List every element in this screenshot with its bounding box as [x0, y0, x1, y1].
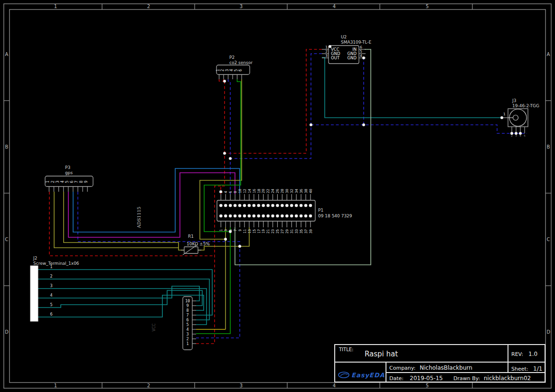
- wire-red[interactable]: [221, 81, 225, 194]
- junction-dot: [519, 132, 522, 135]
- frame-col-label-bottom: 1: [54, 383, 57, 388]
- refdes-U2: U2: [341, 35, 347, 39]
- pin-number: 2: [325, 49, 328, 54]
- wire-teal[interactable]: [38, 290, 202, 308]
- pin-number: 30: [285, 188, 289, 193]
- pin-number: 12: [243, 189, 247, 193]
- pin-number: 3: [325, 54, 328, 58]
- pin-number: 5: [524, 134, 526, 137]
- pin-number: 33: [294, 229, 299, 233]
- pin-number: 14: [247, 188, 252, 193]
- pin-number: 2: [51, 180, 55, 183]
- schematic-drawing[interactable]: 1122334455AABBCCDDU2SMA3109-TL-E1VCC2GND…: [0, 0, 555, 392]
- easyeda-logo-text: EasyEDA: [351, 372, 385, 379]
- pin-number: 24: [271, 188, 275, 193]
- pin-number: 4: [50, 293, 52, 298]
- pin-number: 2: [186, 336, 188, 341]
- frame-row-label-left: B: [5, 144, 9, 149]
- pin-pad: [243, 204, 246, 207]
- pin-number: 16: [252, 188, 256, 193]
- pin-number: 18: [257, 188, 261, 193]
- wire-blue[interactable]: [228, 79, 231, 194]
- pin-number: 35: [299, 229, 303, 233]
- net-label-ADS1115: ADS1115: [136, 206, 141, 228]
- value-J2: Screw_Terminal_1x06: [33, 261, 79, 266]
- pin-pad: [224, 204, 227, 207]
- pin-number: 39: [309, 229, 313, 233]
- value-J3: 19-46-2-TGG: [512, 103, 539, 108]
- pin-number: 9: [238, 229, 242, 232]
- rev-label: REV:: [511, 351, 523, 357]
- pin-pad: [309, 215, 312, 218]
- pin-number: 17: [257, 229, 261, 233]
- value-P2: co2 sensor: [229, 60, 253, 65]
- pin-number: 7: [75, 180, 79, 183]
- pin-pad: [285, 204, 289, 207]
- component-J2[interactable]: [30, 266, 38, 321]
- pin-pad: [271, 204, 274, 207]
- pin-number: 1: [219, 229, 223, 232]
- pin-pad: [248, 215, 251, 218]
- date-label: Date:: [389, 375, 404, 382]
- refdes-P1: P1: [318, 208, 323, 213]
- junction-dot: [362, 56, 365, 59]
- refdes-J2: J2: [33, 256, 37, 261]
- component-P1[interactable]: [217, 200, 315, 221]
- wire-teal[interactable]: [38, 295, 204, 317]
- pin-number: 21: [266, 229, 270, 233]
- pin-number: 2: [220, 69, 225, 71]
- frame-col-label-bottom: 3: [240, 383, 243, 388]
- pin-pad: [281, 215, 284, 218]
- schematic-canvas[interactable]: 1122334455AABBCCDDU2SMA3109-TL-E1VCC2GND…: [0, 0, 555, 392]
- easyeda-logo: EasyEDA: [338, 370, 386, 380]
- pin-pad: [262, 204, 265, 207]
- pin-number: 1: [503, 112, 506, 116]
- wire-teal[interactable]: [38, 289, 207, 325]
- pin-number: 6: [50, 312, 52, 317]
- pin-pad: [266, 215, 270, 218]
- pin-pad: [276, 204, 279, 207]
- wire-olive[interactable]: [64, 192, 179, 248]
- pin-number: 29: [285, 229, 289, 233]
- pin-pad: [238, 204, 242, 207]
- pin-pad: [271, 215, 274, 218]
- junction-dot: [362, 123, 365, 126]
- pin-pad: [290, 204, 293, 207]
- wire-blue[interactable]: [311, 125, 527, 133]
- wire-blue[interactable]: [78, 192, 240, 338]
- title-block-divider-v1: [508, 345, 508, 373]
- pin-number: 1: [216, 69, 220, 71]
- pin-number: 4: [360, 54, 362, 58]
- date-value: 2019-05-15: [410, 375, 443, 382]
- pin-number: 1: [186, 341, 188, 346]
- company-label: Company:: [389, 365, 415, 371]
- value-P3: gps: [65, 170, 73, 175]
- junction-dot: [510, 132, 513, 135]
- pin-pad: [219, 215, 223, 218]
- sheet-label: Sheet:: [511, 366, 528, 372]
- pin-number: 7: [233, 229, 237, 232]
- junction-dot: [329, 45, 331, 48]
- frame-col-label-top: 5: [426, 4, 429, 9]
- pin-number: 5: [50, 303, 52, 307]
- title-label: TITLE:: [339, 347, 353, 352]
- pin-number: 3: [225, 69, 229, 71]
- frame-row-label-left: A: [5, 52, 9, 57]
- wire-blue[interactable]: [364, 58, 365, 125]
- pin-pad: [300, 215, 303, 218]
- frame-col-label-top: 2: [147, 4, 150, 9]
- value-P1: 09 18 540 7329: [318, 214, 352, 218]
- pin-pad: [248, 204, 251, 207]
- pin-number: 40: [309, 188, 313, 193]
- pin-pad: [262, 215, 265, 218]
- junction-dot: [224, 238, 227, 241]
- pin-number: 8: [233, 191, 237, 193]
- refdes-P3: P3: [65, 165, 70, 170]
- pin-pad: [309, 204, 312, 207]
- sheet-title: Raspi hat: [365, 350, 398, 358]
- pin-pad: [285, 215, 289, 218]
- pin-number: 25: [275, 229, 280, 233]
- pin-number: 34: [294, 188, 299, 193]
- wire-teal[interactable]: [322, 57, 501, 118]
- pin-pad: [266, 204, 270, 207]
